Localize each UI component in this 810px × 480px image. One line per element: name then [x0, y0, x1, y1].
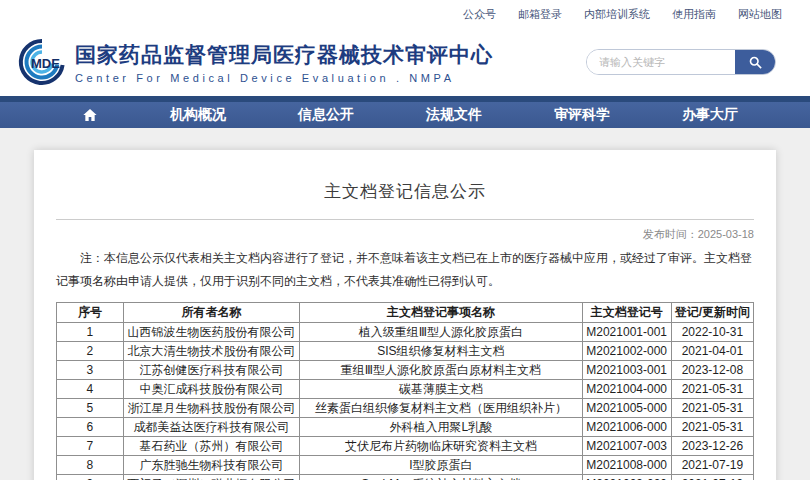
table-cell: 2021-07-19: [671, 475, 753, 480]
table-row: 9西门子（深圳）磁共振有限公司Soul-Man系统补充材料主文档M2021009…: [57, 475, 754, 480]
table-row: 8广东胜驰生物科技有限公司I型胶原蛋白M2021008-0002021-07-1…: [57, 456, 754, 475]
table-cell: M2021005-000: [582, 399, 671, 418]
table-cell: 植入级重组Ⅲ型人源化胶原蛋白: [300, 323, 582, 342]
master-file-table: 序号 所有者名称 主文档登记事项名称 主文档登记号 登记/更新时间 1山西锦波生…: [56, 302, 754, 480]
table-cell: 重组Ⅲ型人源化胶原蛋白原材料主文档: [300, 361, 582, 380]
table-cell: 碳基薄膜主文档: [300, 380, 582, 399]
nav-item-regulations[interactable]: 法规文件: [426, 106, 482, 124]
table-cell: M2021003-001: [582, 361, 671, 380]
site-header: MDE 国家药品监督管理局医疗器械技术审评中心 Center For Medic…: [0, 28, 810, 96]
search-button[interactable]: [735, 50, 775, 74]
table-cell: 1: [57, 323, 124, 342]
nav-item-home[interactable]: [82, 107, 98, 123]
table-row: 7基石药业（苏州）有限公司艾伏尼布片药物临床研究资料主文档M2021007-00…: [57, 437, 754, 456]
title-divider: [56, 219, 754, 220]
table-cell: 2021-05-31: [671, 399, 753, 418]
table-cell: 3: [57, 361, 124, 380]
col-header-item-name: 主文档登记事项名称: [300, 303, 582, 323]
content-area: 主文档登记信息公示 发布时间：2025-03-18 注：本信息公示仅代表相关主文…: [0, 128, 810, 480]
col-header-seq: 序号: [57, 303, 124, 323]
table-cell: 2: [57, 342, 124, 361]
table-row: 3江苏创健医疗科技有限公司重组Ⅲ型人源化胶原蛋白原材料主文档M2021003-0…: [57, 361, 754, 380]
table-cell: 外科植入用聚L乳酸: [300, 418, 582, 437]
table-cell: 7: [57, 437, 124, 456]
table-cell: 成都美益达医疗科技有限公司: [123, 418, 299, 437]
nav-item-overview[interactable]: 机构概况: [170, 106, 226, 124]
table-cell: 2023-12-08: [671, 361, 753, 380]
note-text: 注：本信息公示仅代表相关主文档内容进行了登记，并不意味着该主文档已在上市的医疗器…: [56, 247, 754, 293]
table-row: 6成都美益达医疗科技有限公司外科植入用聚L乳酸M2021006-0002021-…: [57, 418, 754, 437]
table-cell: Soul-Man系统补充材料主文档: [300, 475, 582, 480]
table-cell: 2023-12-26: [671, 437, 753, 456]
table-cell: I型胶原蛋白: [300, 456, 582, 475]
table-cell: 广东胜驰生物科技有限公司: [123, 456, 299, 475]
table-cell: 2021-07-19: [671, 456, 753, 475]
table-cell: 5: [57, 399, 124, 418]
page-title: 主文档登记信息公示: [56, 180, 754, 203]
col-header-reg-date: 登记/更新时间: [671, 303, 753, 323]
topbar-link-sitemap[interactable]: 网站地图: [738, 7, 782, 22]
search-input[interactable]: [587, 50, 735, 74]
home-icon: [82, 107, 98, 123]
table-cell: 浙江星月生物科技股份有限公司: [123, 399, 299, 418]
table-cell: 8: [57, 456, 124, 475]
table-row: 5浙江星月生物科技股份有限公司丝素蛋白组织修复材料主文档（医用组织补片）M202…: [57, 399, 754, 418]
table-cell: M2021004-000: [582, 380, 671, 399]
table-cell: SIS组织修复材料主文档: [300, 342, 582, 361]
table-cell: 山西锦波生物医药股份有限公司: [123, 323, 299, 342]
topbar-link-training-system[interactable]: 内部培训系统: [584, 7, 650, 22]
table-cell: M2021008-000: [582, 456, 671, 475]
table-cell: M2021009-000: [582, 475, 671, 480]
topbar-link-public-account[interactable]: 公众号: [463, 7, 496, 22]
table-cell: 2021-05-31: [671, 380, 753, 399]
site-title-en: Center For Medical Device Evaluation . N…: [75, 72, 493, 84]
table-cell: 丝素蛋白组织修复材料主文档（医用组织补片）: [300, 399, 582, 418]
table-cell: 2021-04-01: [671, 342, 753, 361]
topbar-link-user-guide[interactable]: 使用指南: [672, 7, 716, 22]
publish-time: 发布时间：2025-03-18: [56, 227, 754, 242]
article-card: 主文档登记信息公示 发布时间：2025-03-18 注：本信息公示仅代表相关主文…: [34, 150, 776, 480]
table-cell: 6: [57, 418, 124, 437]
svg-text:MDE: MDE: [31, 56, 60, 71]
table-cell: 2022-10-31: [671, 323, 753, 342]
main-nav: 机构概况 信息公开 法规文件 审评科学 办事大厅: [0, 96, 810, 128]
table-cell: 基石药业（苏州）有限公司: [123, 437, 299, 456]
table-cell: 北京大清生物技术股份有限公司: [123, 342, 299, 361]
table-cell: 2021-05-31: [671, 418, 753, 437]
table-cell: M2021006-000: [582, 418, 671, 437]
brand-titles: 国家药品监督管理局医疗器械技术审评中心 Center For Medical D…: [75, 41, 493, 84]
table-row: 1山西锦波生物医药股份有限公司植入级重组Ⅲ型人源化胶原蛋白M2021001-00…: [57, 323, 754, 342]
col-header-owner: 所有者名称: [123, 303, 299, 323]
topbar: 公众号 邮箱登录 内部培训系统 使用指南 网站地图: [0, 0, 810, 28]
brand[interactable]: MDE 国家药品监督管理局医疗器械技术审评中心 Center For Medic…: [18, 38, 586, 86]
table-header-row: 序号 所有者名称 主文档登记事项名称 主文档登记号 登记/更新时间: [57, 303, 754, 323]
topbar-link-mail-login[interactable]: 邮箱登录: [518, 7, 562, 22]
nav-item-service-hall[interactable]: 办事大厅: [682, 106, 738, 124]
table-cell: M2021002-000: [582, 342, 671, 361]
table-cell: M2021001-001: [582, 323, 671, 342]
table-body: 1山西锦波生物医药股份有限公司植入级重组Ⅲ型人源化胶原蛋白M2021001-00…: [57, 323, 754, 480]
nav-item-review-science[interactable]: 审评科学: [554, 106, 610, 124]
site-title-cn: 国家药品监督管理局医疗器械技术审评中心: [75, 41, 493, 69]
nav-item-info-disclosure[interactable]: 信息公开: [298, 106, 354, 124]
table-cell: 江苏创健医疗科技有限公司: [123, 361, 299, 380]
table-cell: 西门子（深圳）磁共振有限公司: [123, 475, 299, 480]
cmde-logo-icon: MDE: [18, 38, 66, 86]
table-cell: M2021007-003: [582, 437, 671, 456]
table-cell: 艾伏尼布片药物临床研究资料主文档: [300, 437, 582, 456]
table-cell: 中奥汇成科技股份有限公司: [123, 380, 299, 399]
search-icon: [748, 55, 763, 70]
table-cell: 9: [57, 475, 124, 480]
search-box: [586, 49, 776, 75]
table-row: 4中奥汇成科技股份有限公司碳基薄膜主文档M2021004-0002021-05-…: [57, 380, 754, 399]
col-header-reg-number: 主文档登记号: [582, 303, 671, 323]
page: 公众号 邮箱登录 内部培训系统 使用指南 网站地图 MDE 国家药品监督管理局医…: [0, 0, 810, 480]
table-row: 2北京大清生物技术股份有限公司SIS组织修复材料主文档M2021002-0002…: [57, 342, 754, 361]
table-cell: 4: [57, 380, 124, 399]
